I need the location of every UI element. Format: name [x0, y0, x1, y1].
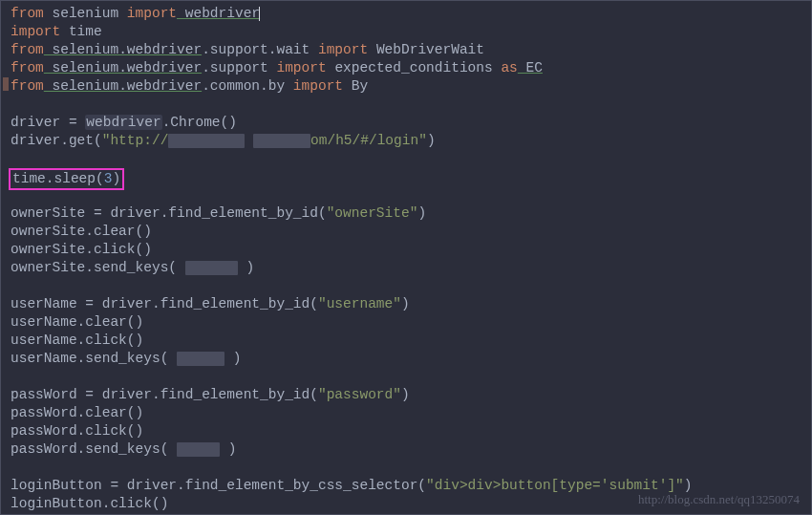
code-line: passWord = driver.find_element_by_id("pa…: [11, 386, 811, 404]
redacted-text: [177, 352, 224, 366]
code-line: ownerSite.send_keys( ): [11, 259, 811, 277]
code-line: userName.clear(): [11, 313, 811, 332]
code-line: ownerSite.click(): [11, 241, 811, 259]
code-line: from selenium import webdriver: [11, 5, 811, 23]
code-line: passWord.clear(): [11, 404, 811, 422]
code-line: import time: [11, 23, 811, 41]
code-line: passWord.send_keys( ): [11, 440, 811, 459]
code-line: [11, 96, 811, 114]
code-line: ownerSite = driver.find_element_by_id("o…: [11, 204, 811, 223]
code-line: userName = driver.find_element_by_id("us…: [11, 295, 811, 313]
gutter-mark: [3, 77, 9, 91]
code-line: driver = webdriver.Chrome(): [11, 114, 811, 132]
code-line: [11, 277, 811, 295]
redacted-text: [177, 442, 220, 457]
code-line: [11, 368, 811, 386]
redacted-text: [253, 134, 310, 148]
code-line: passWord.click(): [11, 422, 811, 440]
code-line: [11, 186, 811, 204]
code-line: time.sleep(3): [11, 168, 811, 186]
code-line: [11, 150, 811, 168]
watermark: http://blog.csdn.net/qq13250074: [638, 492, 800, 508]
code-line: driver.get("http:// om/h5/#/login"): [11, 132, 811, 150]
code-editor[interactable]: from selenium import webdriver import ti…: [11, 5, 811, 513]
code-line: from selenium.webdriver.support.wait imp…: [11, 41, 811, 59]
code-line: userName.send_keys( ): [11, 350, 811, 368]
text-cursor: [259, 7, 260, 21]
code-line: from selenium.webdriver.common.by import…: [11, 77, 811, 96]
code-line: userName.click(): [11, 332, 811, 350]
redacted-text: [168, 134, 245, 148]
highlight-annotation: time.sleep(3): [9, 168, 124, 190]
redacted-text: [185, 261, 238, 275]
code-line: [11, 459, 811, 477]
code-line: from selenium.webdriver.support import e…: [11, 59, 811, 77]
code-line: ownerSite.clear(): [11, 223, 811, 241]
